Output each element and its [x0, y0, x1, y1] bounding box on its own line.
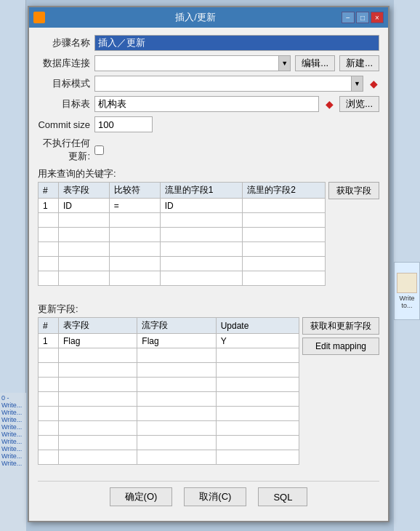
table-row[interactable]: [39, 228, 326, 242]
update-section: 更新字段: # 表字段 流字段 Update: [38, 303, 379, 474]
commit-size-label: Commit size: [38, 119, 90, 130]
table-row[interactable]: 1 ID = ID: [39, 199, 326, 213]
target-table-input[interactable]: [94, 96, 319, 112]
ok-button[interactable]: 确定(O): [110, 487, 173, 506]
titlebar-title: 插入/更新: [49, 11, 342, 24]
query-table-wrap: # 表字段 比较符 流里的字段1 流里的字段2 1 ID =: [38, 182, 326, 286]
log-line-1: Write...: [1, 402, 25, 409]
query-row1-comparator: =: [109, 199, 160, 213]
log-line-4: Write...: [1, 423, 25, 431]
maximize-button[interactable]: □: [356, 12, 369, 23]
query-table-container: # 表字段 比较符 流里的字段1 流里的字段2 1 ID =: [38, 182, 379, 298]
log-line-5: Write...: [1, 431, 25, 438]
target-schema-arrow[interactable]: ▼: [351, 76, 363, 91]
query-btn-col: 获取字段: [328, 182, 379, 199]
table-row[interactable]: [39, 271, 326, 286]
query-table-body: 1 ID = ID: [39, 199, 326, 286]
table-row[interactable]: [39, 378, 299, 392]
target-schema-label: 目标模式: [38, 77, 90, 90]
log-line-3: Write...: [1, 416, 25, 423]
table-row[interactable]: [39, 392, 299, 407]
update-table-wrap: # 表字段 流字段 Update 1 Flag Flag Y: [38, 317, 299, 465]
db-connection-label: 数据库连接: [38, 57, 90, 70]
table-row[interactable]: [39, 407, 299, 421]
table-row[interactable]: [39, 421, 299, 436]
step-name-row: 步骤名称: [38, 35, 379, 51]
update-table-header-row: # 表字段 流字段 Update: [39, 318, 299, 334]
fetch-fields-button[interactable]: 获取字段: [328, 182, 379, 199]
table-row[interactable]: [39, 363, 299, 378]
query-col-table-field: 表字段: [59, 183, 110, 199]
edit-mapping-button[interactable]: Edit mapping: [302, 338, 379, 355]
step-name-input[interactable]: [94, 35, 379, 51]
target-table-row: 目标表 ◆ 浏览...: [38, 96, 379, 112]
table-row[interactable]: [39, 242, 326, 257]
db-connection-arrow[interactable]: ▼: [278, 56, 290, 71]
schema-diamond-icon: ◆: [368, 78, 379, 89]
update-row1-update: Y: [216, 334, 299, 348]
target-table-label: 目标表: [38, 97, 90, 111]
table-row[interactable]: [39, 450, 299, 465]
log-line-2: Write...: [1, 409, 25, 416]
update-btn-col: 获取和更新字段 Edit mapping: [302, 317, 379, 355]
dialog-footer: 确定(O) 取消(C) SQL: [38, 481, 379, 514]
log-line-9: Write...: [1, 460, 25, 467]
write-to-label: Write to...: [395, 295, 419, 309]
query-table: # 表字段 比较符 流里的字段1 流里的字段2 1 ID =: [38, 182, 326, 286]
fetch-update-button[interactable]: 获取和更新字段: [302, 317, 379, 335]
table-row[interactable]: 1 Flag Flag Y: [39, 334, 299, 348]
no-update-checkbox[interactable]: [94, 145, 104, 155]
browse-button[interactable]: 浏览...: [339, 96, 379, 112]
query-col-comparator: 比较符: [109, 183, 160, 199]
query-col-num: #: [39, 183, 59, 199]
table-row[interactable]: [39, 348, 299, 363]
sql-button[interactable]: SQL: [258, 487, 307, 506]
commit-size-row: Commit size: [38, 116, 379, 132]
update-col-stream-field: 流字段: [137, 318, 216, 334]
db-connection-combo[interactable]: ▼: [94, 55, 291, 71]
update-col-table-field: 表字段: [59, 318, 137, 334]
log-line-8: Write...: [1, 452, 25, 460]
no-update-label: 不执行任何更新:: [38, 137, 90, 163]
log-line-7: Write...: [1, 445, 25, 452]
query-row1-num: 1: [39, 199, 59, 213]
dialog-body: 步骤名称 数据库连接 ▼ 编辑... 新建... 目标模式 ▼ ◆ 目标表: [29, 28, 388, 521]
log-line-6: Write...: [1, 438, 25, 445]
step-name-label: 步骤名称: [38, 36, 90, 49]
target-schema-row: 目标模式 ▼ ◆: [38, 76, 379, 92]
update-col-update: Update: [216, 318, 299, 334]
update-row1-table-field: Flag: [59, 334, 137, 348]
table-row[interactable]: [39, 436, 299, 450]
update-col-num: #: [39, 318, 59, 334]
minimize-button[interactable]: −: [342, 12, 355, 23]
update-table-container: # 表字段 流字段 Update 1 Flag Flag Y: [38, 317, 379, 474]
query-table-header-row: # 表字段 比较符 流里的字段1 流里的字段2: [39, 183, 326, 199]
update-table: # 表字段 流字段 Update 1 Flag Flag Y: [38, 317, 299, 465]
query-section-label: 用来查询的关键字:: [38, 167, 379, 180]
query-row1-stream1: ID: [160, 199, 243, 213]
close-button[interactable]: ×: [371, 12, 384, 23]
write-to-icon: [397, 273, 417, 293]
write-to-panel: Write to...: [394, 262, 420, 320]
query-col-stream2: 流里的字段2: [243, 183, 326, 199]
titlebar: 插入/更新 − □ ×: [29, 7, 388, 28]
titlebar-controls: − □ ×: [342, 12, 384, 23]
edit-button[interactable]: 编辑...: [295, 55, 335, 71]
table-row[interactable]: [39, 213, 326, 228]
table-diamond-icon: ◆: [323, 98, 335, 110]
query-row1-stream2: [243, 199, 326, 213]
update-section-label: 更新字段:: [38, 303, 379, 316]
log-area: 0 - Write... Write... Write... Write... …: [0, 393, 26, 531]
target-schema-combo[interactable]: ▼: [94, 76, 363, 92]
update-table-body: 1 Flag Flag Y: [39, 334, 299, 465]
new-button[interactable]: 新建...: [339, 55, 379, 71]
query-col-stream1: 流里的字段1: [160, 183, 243, 199]
commit-size-input[interactable]: [94, 116, 153, 132]
cancel-button[interactable]: 取消(C): [184, 487, 246, 506]
no-update-row: 不执行任何更新:: [38, 137, 379, 163]
update-row1-stream-field: Flag: [137, 334, 216, 348]
update-row1-num: 1: [39, 334, 59, 348]
table-row[interactable]: [39, 257, 326, 271]
dialog-window: 插入/更新 − □ × 步骤名称 数据库连接 ▼ 编辑... 新建... 目标模…: [28, 6, 389, 522]
log-line-0: 0 -: [1, 394, 25, 402]
